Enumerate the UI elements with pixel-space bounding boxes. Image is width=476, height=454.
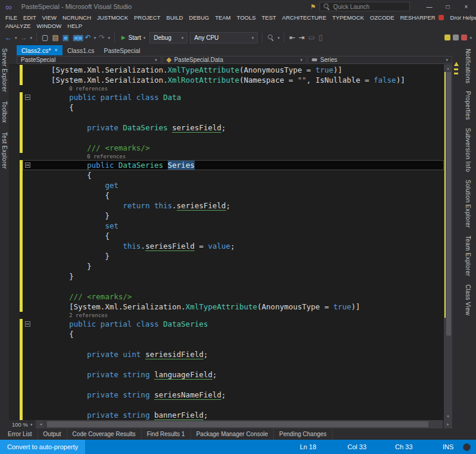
menu-item-file[interactable]: FILE [2,14,20,21]
tool-tab-subversion-info[interactable]: Subversion Info [465,128,471,172]
code-line[interactable]: { [9,329,444,339]
minimize-button[interactable]: — [422,1,437,12]
bottom-tab-package-manager-console[interactable]: Package Manager Console [191,428,274,440]
code-line[interactable]: [System.Xml.Serialization.XmlTypeAttribu… [9,302,444,312]
vertical-scrollbar[interactable]: ▴ ▾ [444,64,452,420]
code-line[interactable]: } [9,261,444,271]
document-tab-pastespecial[interactable]: PasteSpecial [99,45,145,55]
chevron-down-icon[interactable]: ▾ [30,36,33,40]
code-line[interactable] [9,112,444,123]
bottom-tab-output[interactable]: Output [38,428,67,440]
alert-icon[interactable] [439,15,444,20]
code-line[interactable] [9,133,444,143]
fold-collapse-icon[interactable] [25,95,30,100]
solution-platform-dropdown[interactable]: Any CPU ▾ [190,32,258,43]
tool-tab-solution-explorer[interactable]: Solution Explorer [465,180,471,228]
open-file-icon[interactable]: ▤ [51,34,59,41]
resharper-status-icon[interactable] [463,443,471,451]
code-line[interactable]: public partial class Data [9,92,444,102]
chevron-down-icon[interactable]: ▾ [15,36,17,40]
code-line[interactable]: public partial class DataSeries [9,319,444,329]
new-file-icon[interactable]: ▢ [41,34,49,41]
menu-item-help[interactable]: HELP [64,23,85,29]
code-line[interactable]: [System.Xml.Serialization.XmlRootAttribu… [9,75,444,85]
scroll-down-icon[interactable]: ▾ [444,412,452,420]
menu-item-architecture[interactable]: ARCHITECTURE [279,14,329,21]
code-line[interactable]: private string bannerField; [9,410,444,420]
code-line[interactable]: set [9,221,444,231]
chevron-down-icon[interactable]: ▾ [277,36,280,40]
vertical-scrollbar-thumb[interactable] [446,72,451,336]
typemock-icon[interactable] [453,35,459,40]
tool-tab-class-view[interactable]: Class View [465,284,471,315]
menu-item-edit[interactable]: EDIT [20,14,39,21]
document-tab-class2-cs[interactable]: Class2.cs*× [17,45,62,55]
ncrunch-status-icon[interactable] [444,35,450,40]
user-menu[interactable]: Dror Helper [447,14,476,21]
bottom-tab-pending-changes[interactable]: Pending Changes [274,428,333,440]
menu-item-analyze[interactable]: ANALYZE [2,23,34,29]
warning-triangle-icon[interactable] [454,62,459,66]
codelens-line[interactable]: 0 references [9,85,444,92]
outdent-icon[interactable]: ⇤ [289,34,296,41]
codelens-line[interactable]: 2 references [9,312,444,319]
code-line[interactable]: { [9,102,444,112]
horizontal-scrollbar[interactable] [45,420,443,428]
close-tab-icon[interactable]: × [55,48,58,53]
warning-tick-icon[interactable] [454,68,458,70]
horizontal-scrollbar-thumb[interactable] [47,421,428,427]
menu-item-team[interactable]: TEAM [212,14,233,21]
code-line[interactable] [9,380,444,390]
menu-item-tools[interactable]: TOOLS [234,14,259,21]
close-button[interactable]: × [459,1,474,12]
bottom-tab-code-coverage-results[interactable]: Code Coverage Results [67,428,142,440]
menu-item-resharper[interactable]: RESHARPER [397,14,438,21]
code-line[interactable] [9,400,444,410]
tool-tab-test-explorer[interactable]: Test Explorer [1,132,8,169]
menu-item-view[interactable]: VIEW [39,14,60,21]
type-dropdown[interactable]: PasteSpecial.Data ▾ [162,56,307,64]
member-dropdown[interactable]: Series ▾ [308,56,452,64]
scroll-left-icon[interactable]: ◂ [36,420,45,428]
chevron-down-icon[interactable]: ▾ [94,36,96,40]
zoom-dropdown[interactable]: 100 % ▾ [9,420,36,428]
bottom-tab-error-list[interactable]: Error List [2,428,38,440]
maximize-button[interactable]: □ [440,1,455,12]
code-line[interactable] [9,339,444,349]
undo-icon[interactable]: ↶ [84,34,92,41]
menu-item-justmock[interactable]: JUSTMOCK [94,14,131,21]
code-line[interactable]: /// <remarks/> [9,143,444,153]
menu-item-test[interactable]: TEST [259,14,279,21]
code-line[interactable]: get [9,180,444,190]
warning-tick-icon[interactable] [454,73,458,74]
scroll-right-icon[interactable]: ▸ [444,420,452,428]
menu-item-debug[interactable]: DEBUG [186,14,212,21]
bottom-tab-find-results-1[interactable]: Find Results 1 [142,428,191,440]
save-icon[interactable]: ▣ [62,34,70,41]
code-line[interactable]: { [9,190,444,201]
save-all-icon[interactable]: ▣▣ [72,34,82,41]
fold-collapse-icon[interactable] [25,162,30,168]
code-line[interactable]: public DataSeries Series [9,160,444,170]
code-line[interactable]: } [9,211,444,221]
code-area[interactable]: [System.Xml.Serialization.XmlTypeAttribu… [9,64,444,420]
menu-item-typemock[interactable]: TYPEMOCK [330,14,367,21]
menu-item-ncrunch[interactable]: NCRUNCH [60,14,94,21]
code-line[interactable]: private string seriesNameField; [9,390,444,400]
fold-collapse-icon[interactable] [25,321,30,327]
code-line[interactable] [9,281,444,292]
document-tab-class1-cs[interactable]: Class1.cs [62,45,99,55]
navigate-back-icon[interactable]: ← [4,34,12,41]
code-line[interactable]: } [9,271,444,281]
solution-configuration-dropdown[interactable]: Debug ▾ [149,32,187,43]
comment-icon[interactable]: ▭ [308,34,315,41]
tool-tab-team-explorer[interactable]: Team Explorer [465,236,471,276]
code-line[interactable]: { [9,231,444,241]
redo-icon[interactable]: ↷ [98,34,105,41]
notifications-flag-icon[interactable]: ⚑ [310,4,316,10]
quick-launch-input[interactable]: Quick Launch [320,2,410,11]
menu-item-project[interactable]: PROJECT [131,14,163,21]
start-debugging-button[interactable]: ▶ Start ▾ [119,35,148,41]
project-dropdown[interactable]: PasteSpecial ▾ [17,56,161,64]
code-line[interactable]: return this.seriesField; [9,201,444,211]
